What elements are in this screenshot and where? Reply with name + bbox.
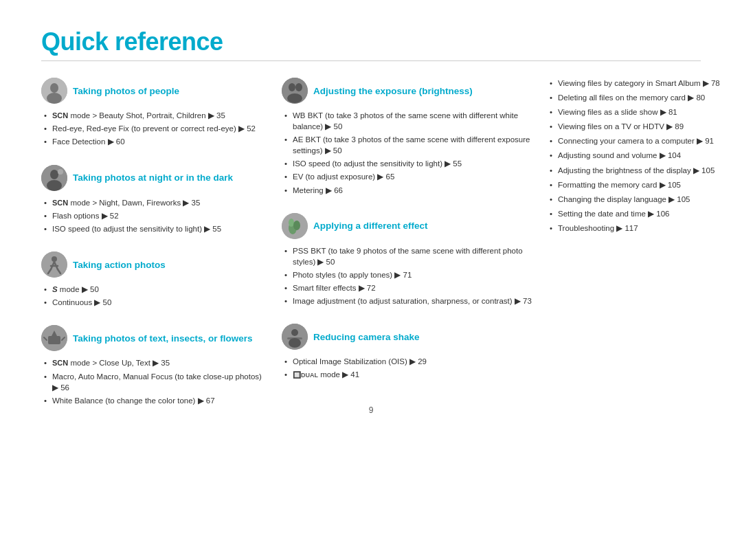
macro-icon [41, 325, 67, 351]
list-item: Red-eye, Red-eye Fix (to prevent or corr… [44, 123, 268, 134]
page-number: 9 [369, 405, 374, 415]
svg-point-22 [287, 93, 302, 103]
list-item: 🔲DUAL mode ▶ 41 [284, 369, 536, 380]
list-item: Setting the date and time ▶ 106 [550, 208, 742, 219]
section-macro-header: Taking photos of text, insects, or flowe… [41, 325, 268, 351]
effect-icon [282, 213, 308, 239]
list-item: AE BKT (to take 3 photos of the same sce… [284, 134, 536, 156]
page-title: Quick reference [41, 27, 701, 56]
list-item: SCN mode > Beauty Shot, Portrait, Childr… [44, 110, 268, 121]
svg-point-1 [50, 83, 58, 93]
list-item: Face Detection ▶ 60 [44, 136, 268, 147]
list-item: White Balance (to change the color tone)… [44, 395, 268, 406]
exposure-icon [282, 78, 308, 104]
section-people-title: Taking photos of people [73, 86, 179, 96]
list-item: Viewing files as a slide show ▶ 81 [550, 107, 742, 117]
svg-rect-30 [287, 337, 302, 339]
section-shake-body: Optical Image Stabilization (OIS) ▶ 29 🔲… [282, 356, 536, 382]
section-night: Taking photos at night or in the dark SC… [41, 165, 268, 237]
people-icon [41, 78, 67, 104]
list-item: Formatting the memory card ▶ 105 [550, 179, 742, 190]
list-item: Troubleshooting ▶ 117 [550, 223, 742, 234]
list-item: Smart filter effects ▶ 72 [284, 282, 536, 293]
right-column: Viewing files by category in Smart Album… [550, 78, 742, 408]
svg-point-25 [289, 219, 294, 227]
svg-point-21 [295, 83, 302, 91]
section-action-title: Taking action photos [73, 260, 166, 270]
list-item: Continuous ▶ 50 [44, 297, 268, 308]
section-shake: Reducing camera shake Optical Image Stab… [282, 324, 536, 382]
list-item: SCN mode > Close Up, Text ▶ 35 [44, 357, 268, 368]
section-action-body: S mode ▶ 50 Continuous ▶ 50 [41, 284, 268, 310]
title-divider [41, 60, 701, 61]
list-item: EV (to adjust exposure) ▶ 65 [284, 171, 536, 182]
svg-point-29 [289, 338, 301, 348]
section-exposure-title: Adjusting the exposure (brightness) [313, 86, 473, 96]
list-item: Metering ▶ 66 [284, 185, 536, 196]
action-icon [41, 251, 67, 278]
svg-point-26 [293, 221, 300, 230]
left-column: Taking photos of people SCN mode > Beaut… [41, 78, 268, 408]
section-people-header: Taking photos of people [41, 78, 268, 104]
list-item: Macro, Auto Macro, Manual Focus (to take… [44, 371, 268, 393]
list-item: ISO speed (to adjust the sensitivity to … [284, 158, 536, 169]
list-item: Adjusting sound and volume ▶ 104 [550, 150, 742, 161]
section-action-header: Taking action photos [41, 251, 268, 278]
list-item: Viewing files by category in Smart Album… [550, 78, 742, 89]
list-item: Connecting your camera to a computer ▶ 9… [550, 135, 742, 146]
svg-point-6 [58, 169, 63, 175]
night-icon [41, 165, 67, 191]
section-effect: Applying a different effect PSS BKT (to … [282, 213, 536, 309]
section-effect-header: Applying a different effect [282, 213, 536, 239]
svg-rect-15 [48, 336, 60, 344]
svg-point-20 [289, 83, 295, 91]
list-item: Changing the display language ▶ 105 [550, 194, 742, 205]
list-item: Viewing files on a TV or HDTV ▶ 89 [550, 121, 742, 132]
svg-point-7 [41, 251, 67, 278]
section-exposure-body: WB BKT (to take 3 photos of the same sce… [282, 110, 536, 198]
section-macro-body: SCN mode > Close Up, Text ▶ 35 Macro, Au… [41, 357, 268, 408]
svg-point-5 [47, 180, 62, 191]
section-night-body: SCN mode > Night, Dawn, Fireworks ▶ 35 F… [41, 197, 268, 237]
section-night-header: Taking photos at night or in the dark [41, 165, 268, 191]
main-grid: Taking photos of people SCN mode > Beaut… [41, 78, 701, 408]
section-people: Taking photos of people SCN mode > Beaut… [41, 78, 268, 150]
list-item: Deleting all files on the memory card ▶ … [550, 92, 742, 103]
shake-icon [282, 324, 308, 350]
section-macro: Taking photos of text, insects, or flowe… [41, 325, 268, 408]
section-exposure-header: Adjusting the exposure (brightness) [282, 78, 536, 104]
list-item: Image adjustment (to adjust saturation, … [284, 295, 536, 306]
list-item: PSS BKT (to take 9 photos of the same sc… [284, 245, 536, 267]
section-exposure: Adjusting the exposure (brightness) WB B… [282, 78, 536, 198]
list-item: ISO speed (to adjust the sensitivity to … [44, 223, 268, 234]
list-item: SCN mode > Night, Dawn, Fireworks ▶ 35 [44, 197, 268, 208]
svg-point-4 [50, 170, 58, 179]
section-action: Taking action photos S mode ▶ 50 Continu… [41, 251, 268, 310]
section-shake-header: Reducing camera shake [282, 324, 536, 350]
list-item: Optical Image Stabilization (OIS) ▶ 29 [284, 356, 536, 367]
mid-column: Adjusting the exposure (brightness) WB B… [282, 78, 536, 408]
list-item: S mode ▶ 50 [44, 284, 268, 295]
list-item: WB BKT (to take 3 photos of the same sce… [284, 110, 536, 132]
page: Quick reference Taking photos of people [0, 0, 742, 429]
section-people-body: SCN mode > Beauty Shot, Portrait, Childr… [41, 110, 268, 150]
section-effect-body: PSS BKT (to take 9 photos of the same sc… [282, 245, 536, 309]
list-item: Flash options ▶ 52 [44, 210, 268, 221]
svg-point-2 [47, 93, 62, 104]
svg-point-28 [291, 329, 298, 336]
section-shake-title: Reducing camera shake [313, 332, 420, 342]
list-item: Photo styles (to apply tones) ▶ 71 [284, 269, 536, 280]
section-macro-title: Taking photos of text, insects, or flowe… [73, 333, 253, 344]
section-effect-title: Applying a different effect [313, 221, 428, 231]
list-item: Adjusting the brightness of the display … [550, 165, 742, 176]
section-night-title: Taking photos at night or in the dark [73, 172, 233, 183]
